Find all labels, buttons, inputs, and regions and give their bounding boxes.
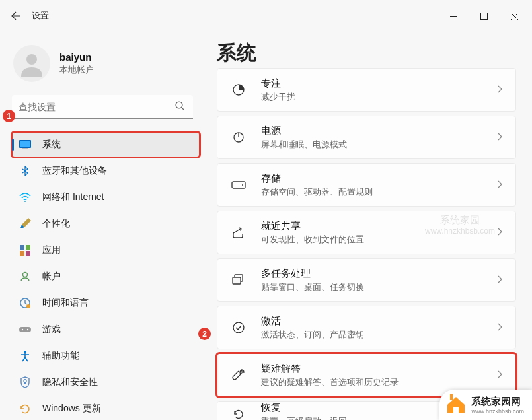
close-icon — [511, 13, 518, 20]
card-sub: 建议的疑难解答、首选项和历史记录 — [261, 376, 497, 388]
card-sub: 存储空间、驱动器、配置规则 — [261, 186, 497, 198]
card-sub: 贴靠窗口、桌面、任务切换 — [261, 281, 497, 293]
card-focus[interactable]: 专注 减少干扰 — [217, 68, 516, 112]
card-multitask[interactable]: 多任务处理 贴靠窗口、桌面、任务切换 — [217, 258, 516, 302]
card-title: 电源 — [261, 125, 497, 137]
svg-rect-5 — [22, 149, 28, 150]
account-icon — [19, 270, 32, 283]
window-controls — [438, 5, 529, 26]
sidebar-item-network[interactable]: 网络和 Internet — [12, 185, 200, 210]
svg-point-16 — [27, 329, 28, 330]
card-activation[interactable]: 激活 激活状态、订阅、产品密钥 — [217, 306, 516, 349]
card-sub: 屏幕和睡眠、电源模式 — [261, 139, 497, 151]
svg-point-1 — [26, 54, 37, 65]
search-wrap — [12, 95, 200, 119]
profile-text: baiyun 本地帐户 — [59, 52, 94, 76]
profile-name: baiyun — [59, 52, 94, 63]
share-icon — [231, 225, 247, 240]
card-text: 多任务处理 贴靠窗口、桌面、任务切换 — [261, 267, 497, 293]
svg-rect-14 — [19, 327, 31, 332]
focus-icon — [231, 82, 247, 98]
sidebar-item-gaming[interactable]: 游戏 — [12, 317, 200, 342]
card-text: 电源 屏幕和睡眠、电源模式 — [261, 125, 497, 151]
brush-icon — [19, 217, 32, 230]
window-title: 设置 — [32, 10, 49, 22]
svg-rect-10 — [26, 251, 30, 256]
wrench-icon — [231, 367, 247, 383]
card-sub: 可发现性、收到文件的位置 — [261, 234, 497, 246]
chevron-right-icon — [497, 274, 502, 286]
system-icon — [19, 138, 32, 151]
sidebar-item-accessibility[interactable]: 辅助功能 — [12, 343, 200, 368]
sidebar-item-system[interactable]: 系统 — [12, 132, 200, 157]
sidebar-item-label: Windows 更新 — [42, 403, 101, 415]
svg-rect-4 — [20, 141, 30, 147]
content-area: 系统 专注 减少干扰 电源 屏幕和睡眠、电源模式 — [205, 32, 532, 420]
sidebar-item-personalization[interactable]: 个性化 — [12, 211, 200, 236]
chevron-right-icon — [497, 131, 502, 143]
svg-rect-9 — [20, 251, 24, 256]
back-button[interactable] — [3, 3, 29, 29]
card-storage[interactable]: 存储 存储空间、驱动器、配置规则 — [217, 163, 516, 207]
sidebar-item-accounts[interactable]: 帐户 — [12, 264, 200, 289]
card-sub: 激活状态、订阅、产品密钥 — [261, 329, 497, 341]
profile-sub: 本地帐户 — [59, 64, 94, 76]
shield-icon — [19, 376, 32, 389]
titlebar: 设置 — [0, 0, 532, 32]
recovery-icon — [231, 406, 247, 420]
sidebar-item-label: 辅助功能 — [42, 350, 79, 362]
svg-rect-18 — [24, 382, 26, 384]
card-sub: 减少干扰 — [261, 91, 497, 103]
sidebar-item-label: 游戏 — [42, 324, 61, 335]
wifi-icon — [19, 191, 32, 204]
house-icon — [445, 394, 467, 416]
svg-point-25 — [233, 322, 244, 333]
avatar-icon — [19, 50, 45, 77]
svg-rect-0 — [480, 13, 487, 19]
search-icon — [174, 100, 185, 114]
card-text: 疑难解答 建议的疑难解答、首选项和历史记录 — [261, 363, 497, 388]
svg-point-17 — [24, 351, 26, 353]
close-button[interactable] — [499, 5, 529, 26]
annotation-badge-1: 1 — [3, 110, 15, 122]
logo-badge: 系统家园网 www.hnzkhbsb.com — [439, 390, 532, 420]
sidebar-item-privacy[interactable]: 隐私和安全性 — [12, 370, 200, 395]
card-power[interactable]: 电源 屏幕和睡眠、电源模式 — [217, 116, 516, 159]
chevron-right-icon — [497, 179, 502, 191]
sidebar: baiyun 本地帐户 系统 蓝牙和其他设备 网 — [0, 32, 205, 420]
svg-rect-26 — [453, 407, 459, 413]
check-icon — [231, 320, 247, 335]
svg-rect-8 — [26, 245, 30, 250]
maximize-button[interactable] — [469, 5, 499, 26]
logo-sub: www.hnzkhbsb.com — [471, 408, 524, 415]
card-title: 多任务处理 — [261, 267, 497, 280]
sidebar-item-label: 隐私和安全性 — [42, 376, 98, 388]
sidebar-item-update[interactable]: Windows 更新 — [12, 396, 200, 420]
sidebar-item-label: 网络和 Internet — [42, 192, 104, 203]
multitask-icon — [231, 272, 247, 288]
profile-section[interactable]: baiyun 本地帐户 — [12, 40, 200, 95]
clock-icon — [19, 297, 32, 310]
card-text: 存储 存储空间、驱动器、配置规则 — [261, 172, 497, 198]
card-share[interactable]: 就近共享 可发现性、收到文件的位置 — [217, 211, 516, 254]
card-title: 疑难解答 — [261, 363, 497, 375]
minimize-icon — [450, 13, 457, 20]
sidebar-item-time[interactable]: 时间和语言 — [12, 291, 200, 316]
card-title: 就近共享 — [261, 220, 497, 232]
apps-icon — [19, 244, 32, 257]
svg-point-11 — [23, 273, 28, 277]
chevron-right-icon — [497, 369, 502, 381]
maximize-icon — [480, 13, 488, 20]
sidebar-item-bluetooth[interactable]: 蓝牙和其他设备 — [12, 158, 200, 184]
svg-point-22 — [242, 184, 243, 186]
chevron-right-icon — [497, 84, 502, 96]
annotation-badge-2: 2 — [198, 328, 211, 340]
sidebar-item-label: 蓝牙和其他设备 — [42, 165, 107, 177]
svg-point-6 — [24, 201, 26, 202]
card-title: 激活 — [261, 315, 497, 328]
sidebar-item-label: 个性化 — [42, 218, 70, 230]
search-input[interactable] — [12, 95, 193, 119]
minimize-button[interactable] — [438, 5, 469, 26]
sidebar-item-apps[interactable]: 应用 — [12, 238, 200, 263]
card-text: 激活 激活状态、订阅、产品密钥 — [261, 315, 497, 341]
